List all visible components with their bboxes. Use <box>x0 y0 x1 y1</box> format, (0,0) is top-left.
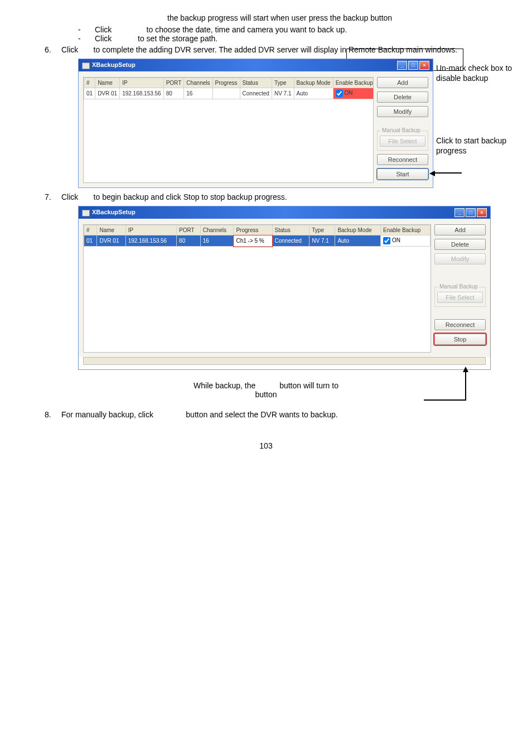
bullet-2: - Click to set the storage path. <box>78 34 510 43</box>
col-ip[interactable]: IP <box>120 78 164 88</box>
cell-mode: Auto <box>335 235 381 247</box>
col-ip[interactable]: IP <box>125 225 176 235</box>
cell-name: DVR 01 <box>95 88 120 99</box>
col-type[interactable]: Type <box>309 225 335 235</box>
col-name[interactable]: Name <box>95 78 120 88</box>
arrow-line-vert <box>465 372 466 399</box>
annot-unmark: Un-mark check box to disable backup <box>436 63 531 83</box>
col-num[interactable]: # <box>84 78 95 88</box>
cell-type: NV 7.1 <box>309 235 335 247</box>
cell-port: 80 <box>177 235 201 247</box>
xbackup-window-1: XBackupSetup _ □ × # Name IP PORT Channe… <box>78 59 433 188</box>
page-number: 103 <box>22 441 510 450</box>
delete-button[interactable]: Delete <box>377 92 428 103</box>
cell-num: 01 <box>84 235 97 247</box>
dvr-grid[interactable]: # Name IP PORT Channels Progress Status … <box>83 77 374 183</box>
col-mode[interactable]: Backup Mode <box>294 78 333 88</box>
step-number: 7. <box>45 192 61 201</box>
delete-button[interactable]: Delete <box>434 239 486 250</box>
col-type[interactable]: Type <box>272 78 294 88</box>
col-channels[interactable]: Channels <box>200 225 234 235</box>
col-port[interactable]: PORT <box>177 225 201 235</box>
cell-mode: Auto <box>294 88 333 99</box>
add-button[interactable]: Add <box>377 77 428 88</box>
app-icon <box>82 62 90 69</box>
col-status[interactable]: Status <box>240 78 272 88</box>
titlebar[interactable]: XBackupSetup _ □ × <box>79 206 490 219</box>
manual-backup-group: Manual Backup File Select <box>377 131 428 151</box>
cell-prog: Ch1 -> 5 % <box>234 235 272 247</box>
cell-ch: 16 <box>184 88 212 99</box>
maximize-icon[interactable]: □ <box>408 61 418 70</box>
modify-button[interactable]: Modify <box>377 106 428 117</box>
col-name[interactable]: Name <box>97 225 125 235</box>
dash-icon: - <box>78 34 95 43</box>
step8-post: button and select the DVR wants to backu… <box>186 410 337 419</box>
col-channels[interactable]: Channels <box>184 78 212 88</box>
cell-enable[interactable]: ON <box>381 235 431 247</box>
step-7: 7. Click to begin backup and click Stop … <box>45 192 510 201</box>
col-num[interactable]: # <box>84 225 97 235</box>
cell-ip: 192.168.153.56 <box>120 88 164 99</box>
cell-port: 80 <box>163 88 184 99</box>
bullet-2-post: to set the storage path. <box>138 34 217 43</box>
cell-name: DVR 01 <box>97 235 125 247</box>
cell-ip: 192.168.153.56 <box>125 235 176 247</box>
grid-header-row: # Name IP PORT Channels Progress Status … <box>84 225 431 235</box>
file-select-button[interactable]: File Select <box>437 292 483 303</box>
maximize-icon[interactable]: □ <box>466 208 476 217</box>
bullet-1-post: to choose the date, time and camera you … <box>147 25 347 34</box>
add-button[interactable]: Add <box>434 224 486 235</box>
col-progress[interactable]: Progress <box>234 225 272 235</box>
enable-backup-checkbox[interactable] <box>336 90 343 97</box>
arrow-line <box>434 172 462 174</box>
intro-line: the backup progress will start when user… <box>167 12 510 24</box>
step8-pre: For manually backup, click <box>61 410 153 419</box>
arrow-line-horiz <box>424 399 466 401</box>
start-button[interactable]: Start <box>377 168 428 180</box>
step7-pre: Click <box>61 192 78 201</box>
cell-ch: 16 <box>200 235 234 247</box>
side-panel: Add Delete Modify Manual Backup File Sel… <box>434 224 486 353</box>
col-port[interactable]: PORT <box>163 78 184 88</box>
side-panel: Add Delete Modify Manual Backup File Sel… <box>377 77 428 183</box>
dvr-grid[interactable]: # Name IP PORT Channels Progress Status … <box>83 224 431 353</box>
table-row[interactable]: 01 DVR 01 192.168.153.56 80 16 Connected… <box>84 88 374 99</box>
minimize-icon[interactable]: _ <box>454 208 465 217</box>
enable-backup-checkbox[interactable] <box>383 237 390 244</box>
reconnect-button[interactable]: Reconnect <box>434 319 486 330</box>
col-progress[interactable]: Progress <box>212 78 240 88</box>
modify-button[interactable]: Modify <box>434 253 486 264</box>
cell-num: 01 <box>84 88 95 99</box>
close-icon[interactable]: × <box>477 208 487 217</box>
cell-enable[interactable]: ON <box>333 88 374 99</box>
minimize-icon[interactable]: _ <box>397 61 407 70</box>
file-select-button[interactable]: File Select <box>380 136 425 147</box>
arrow-left-icon <box>429 171 435 176</box>
note-b: button will turn to <box>279 381 338 390</box>
col-mode[interactable]: Backup Mode <box>335 225 381 235</box>
enable-label: ON <box>392 237 400 243</box>
col-enable[interactable]: Enable Backup <box>333 78 374 88</box>
dash-icon: - <box>78 25 95 34</box>
col-status[interactable]: Status <box>272 225 309 235</box>
titlebar[interactable]: XBackupSetup _ □ × <box>79 59 433 71</box>
footer-note: While backup, the button will turn to bu… <box>22 381 510 399</box>
step7-post: to begin backup and click Stop to stop b… <box>94 192 287 201</box>
annot-click-start: Click to start backup progress <box>436 136 531 156</box>
bullet-1-pre: Click <box>95 25 112 34</box>
table-row[interactable]: 01 DVR 01 192.168.153.56 80 16 Ch1 -> 5 … <box>84 235 431 247</box>
app-icon <box>82 210 90 216</box>
reconnect-button[interactable]: Reconnect <box>377 154 428 165</box>
bullet-1: - Click to choose the date, time and cam… <box>78 25 510 34</box>
cell-status: Connected <box>240 88 272 99</box>
close-icon[interactable]: × <box>419 61 429 70</box>
manual-backup-group: Manual Backup File Select <box>434 287 486 307</box>
col-enable[interactable]: Enable Backup <box>381 225 431 235</box>
window-title: XBackupSetup <box>92 209 136 215</box>
group-title: Manual Backup <box>438 283 479 290</box>
step-8: 8. For manually backup, click button and… <box>45 410 510 419</box>
note-c: button <box>255 390 277 399</box>
stop-button[interactable]: Stop <box>434 334 486 345</box>
cell-prog <box>212 88 240 99</box>
